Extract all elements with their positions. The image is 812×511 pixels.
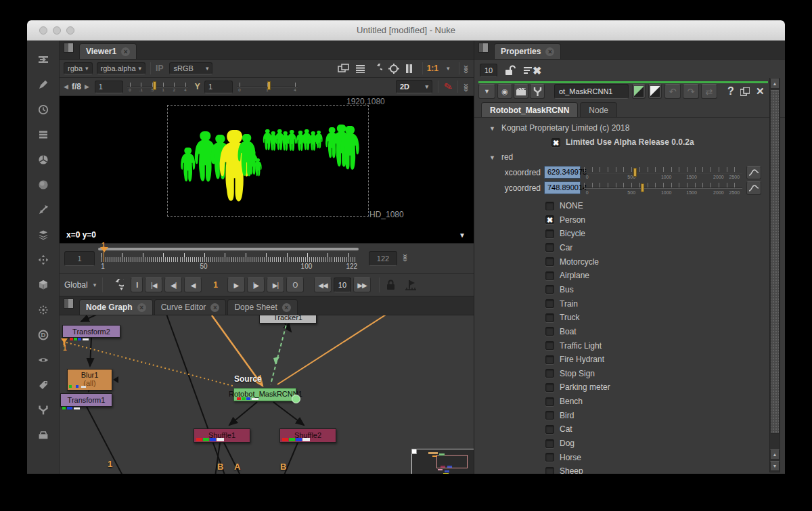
pause-icon[interactable] [405,64,413,73]
animation-curve-icon[interactable] [746,181,761,195]
toolbar-channel-icon[interactable] [33,125,53,144]
roi-icon[interactable] [388,64,399,74]
revert-icon[interactable]: ⇄ [701,84,717,99]
tab-dope-sheet[interactable]: Dope Sheet× [227,299,297,315]
step-forward-button[interactable]: ▶▶ [353,277,371,292]
playback-mode-icon[interactable] [109,279,124,291]
class-row-bird[interactable]: Bird [545,409,574,422]
frame-increment[interactable]: 10 [334,277,351,292]
pane-menu-icon[interactable] [64,43,74,53]
layer-dropdown[interactable]: rgba.alpha▾ [97,62,146,74]
toolbar-keyer-icon[interactable] [33,200,53,219]
class-row-person[interactable]: ✖Person [545,213,585,227]
node-name-input[interactable]: ot_MaskRCNN1 [554,84,629,99]
toolbar-deep-icon[interactable]: D [33,326,53,345]
collapse-chevron-icon[interactable]: »» [461,83,471,90]
lock-range-icon[interactable] [386,280,396,290]
checkbox-icon[interactable] [545,257,554,266]
gain-input[interactable]: 1 [95,81,123,93]
zoom-level-dropdown[interactable]: 1:1 [427,64,438,73]
gamma-slider[interactable]: 014 [237,80,298,93]
next-aperture-icon[interactable]: ▶ [85,83,89,90]
toolbar-image-icon[interactable] [33,50,53,69]
close-panel-icon[interactable]: ✕ [756,84,765,99]
close-icon[interactable]: × [121,47,130,56]
center-node-icon[interactable]: ◉ [497,84,512,99]
pane-menu-icon[interactable] [478,43,489,53]
redo-icon[interactable]: ↷ [683,84,699,99]
red-group-header[interactable]: ▼red [489,152,513,162]
node-graph-minimap[interactable] [411,449,474,474]
scroll-up-icon[interactable]: ▲ [770,79,780,89]
scroll-down-icon[interactable]: ▼ [770,461,780,471]
close-icon[interactable]: × [282,303,291,312]
node-tracker1[interactable]: Tracker1 [259,315,317,324]
next-keyframe-button[interactable]: |▶ [247,277,265,292]
annotate-pen-icon[interactable]: ✎ [443,80,453,93]
range-start-input[interactable]: 1 [64,251,95,266]
prev-keyframe-button[interactable]: ◀| [164,277,182,292]
flipbook-icon[interactable] [404,280,418,290]
wrench-icon[interactable] [530,84,545,99]
set-in-point-button[interactable]: I [131,277,143,292]
node-transform1[interactable]: Transform1 [60,393,112,407]
sync-viewers-icon[interactable] [371,64,382,74]
checkbox-checked-icon[interactable]: ✖ [545,215,554,224]
play-forward-button[interactable]: ▶ [227,277,245,292]
close-icon[interactable]: × [137,303,146,312]
timeline-scrollbar[interactable] [98,248,359,250]
class-row-bicycle[interactable]: Bicycle [545,227,585,240]
info-dropdown-icon[interactable]: ▼ [459,231,466,239]
tab-node-graph[interactable]: Node Graph× [79,299,153,315]
checkbox-icon[interactable] [545,467,554,474]
toolbar-3d-icon[interactable] [33,275,53,294]
clear-all-panels-icon[interactable]: ✖ [524,64,541,77]
node-blur1[interactable]: Blur1 (all) [67,369,112,391]
xcoordred-input[interactable]: 629.349975 [544,166,581,179]
class-row-bus[interactable]: Bus [545,283,574,296]
animation-curve-icon[interactable] [746,166,761,179]
toolbar-views-icon[interactable] [33,351,53,370]
checkbox-icon[interactable] [545,439,554,448]
step-back-button[interactable]: ◀◀ [314,277,332,292]
class-row-train[interactable]: Train [545,297,578,311]
toolbar-other-icon[interactable] [33,426,53,445]
close-icon[interactable]: × [210,303,219,312]
class-row-traffic-light[interactable]: Traffic Light [545,339,602,353]
tab-rotobot-maskrcnn[interactable]: Rotobot_MaskRCNN [481,102,578,117]
class-row-truck[interactable]: Truck [545,311,580,324]
toolbar-transform-icon[interactable] [33,250,53,269]
toolbar-metadata-icon[interactable] [33,376,53,395]
class-row-sheep[interactable]: Sheep [545,464,583,474]
toolbar-color-icon[interactable] [33,150,53,169]
layout-lines-icon[interactable] [355,64,365,73]
class-row-motorcycle[interactable]: Motorcycle [545,255,599,269]
close-icon[interactable]: × [545,47,554,56]
class-row-airplane[interactable]: Airplane [545,269,589,282]
help-button[interactable]: ? [727,84,734,99]
ycoordred-slider[interactable]: 05001000150020002500 [584,181,742,196]
tab-curve-editor[interactable]: Curve Editor× [154,299,227,315]
input-process-button[interactable]: IP [156,64,163,73]
float-panel-icon[interactable] [740,84,750,99]
checkbox-icon[interactable] [545,453,554,462]
slider-handle[interactable] [641,183,644,192]
tab-properties[interactable]: Properties × [494,43,561,59]
checkbox-icon[interactable] [545,229,554,238]
toolbar-draw-icon[interactable] [33,75,53,94]
view-mode-dropdown[interactable]: 2D▾ [396,80,432,93]
license-group-header[interactable]: ▼Kognat Proprietary Limited (c) 2018 [489,123,629,133]
toolbar-merge-icon[interactable] [33,225,53,244]
max-panels-input[interactable]: 10 [480,64,497,77]
gl-color-swatch[interactable] [648,84,662,99]
checkbox-icon[interactable] [545,355,554,364]
checkbox-icon[interactable] [545,383,554,392]
node-transform2[interactable]: Transform2 [62,325,120,338]
checkbox-icon[interactable] [545,397,554,406]
checkbox-icon[interactable] [545,425,554,434]
frame-range-dropdown[interactable]: Global [64,280,88,290]
class-row-parking-meter[interactable]: Parking meter [545,380,610,394]
license-checkbox-row[interactable]: ✖ Limited Use Alpha Release 0.0.2a [551,137,694,147]
toolbar-filter-icon[interactable] [33,175,53,194]
timeline-chevron-icon[interactable]: »» [401,254,410,260]
